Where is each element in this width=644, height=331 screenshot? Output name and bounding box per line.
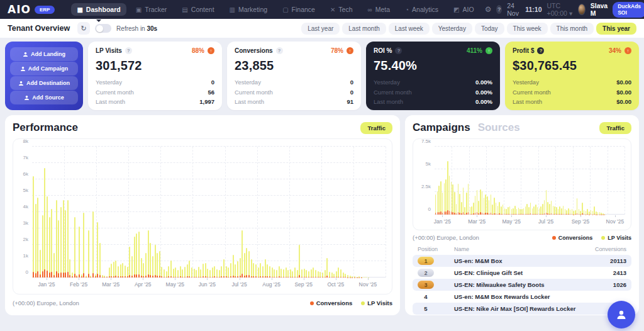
lp-visits-bar[interactable] xyxy=(294,267,296,278)
help-icon[interactable]: ? xyxy=(537,47,544,54)
conversions-bar[interactable] xyxy=(286,277,287,278)
conversions-bar[interactable] xyxy=(95,276,96,278)
conversions-bar[interactable] xyxy=(109,276,110,278)
conversions-bar[interactable] xyxy=(280,277,282,278)
conversions-bar[interactable] xyxy=(72,276,73,278)
conversions-bar[interactable] xyxy=(226,276,227,278)
timezone-selector[interactable]: UTC +00:00 ▾ xyxy=(547,2,573,17)
lp-visits-bar[interactable] xyxy=(485,194,486,215)
lp-visits-bar[interactable] xyxy=(279,266,280,278)
filter-last-week[interactable]: Last week xyxy=(389,23,430,35)
lp-visits-bar[interactable] xyxy=(535,205,536,215)
conversions-bar[interactable] xyxy=(269,276,270,278)
help-icon[interactable]: ? xyxy=(496,5,502,14)
lp-visits-bar[interactable] xyxy=(74,217,75,278)
lp-visits-bar[interactable] xyxy=(37,198,38,278)
lp-visits-bar[interactable] xyxy=(246,248,247,278)
conversions-bar[interactable] xyxy=(526,214,528,215)
lp-visits-bar[interactable] xyxy=(577,198,578,215)
conversions-bar[interactable] xyxy=(318,277,319,278)
conversions-bar[interactable] xyxy=(521,214,523,215)
lp-visits-bar[interactable] xyxy=(111,264,112,278)
lp-visits-bar[interactable] xyxy=(542,204,543,215)
lp-visits-bar[interactable] xyxy=(67,200,69,278)
lp-visits-bar[interactable] xyxy=(435,194,436,215)
conversions-bar[interactable] xyxy=(209,277,211,278)
conversions-bar[interactable] xyxy=(189,276,190,278)
lp-visits-bar[interactable] xyxy=(187,264,188,278)
conversions-bar[interactable] xyxy=(547,213,548,215)
conversions-bar[interactable] xyxy=(466,213,467,215)
conversions-bar[interactable] xyxy=(279,276,280,278)
tab-campaigns[interactable]: Campaigns xyxy=(413,121,470,134)
lp-visits-bar[interactable] xyxy=(51,209,52,278)
lp-visits-bar[interactable] xyxy=(442,193,443,215)
conversions-bar[interactable] xyxy=(159,276,160,278)
lp-visits-bar[interactable] xyxy=(242,230,243,278)
conversions-bar[interactable] xyxy=(497,214,499,215)
lp-visits-bar[interactable] xyxy=(280,269,282,278)
conversions-bar[interactable] xyxy=(561,214,562,215)
lp-visits-bar[interactable] xyxy=(299,245,300,278)
conversions-bar[interactable] xyxy=(587,214,588,215)
lp-visits-bar[interactable] xyxy=(451,182,452,215)
lp-visits-bar[interactable] xyxy=(49,217,50,278)
conversions-bar[interactable] xyxy=(131,276,133,278)
lp-visits-bar[interactable] xyxy=(551,201,552,215)
conversions-bar[interactable] xyxy=(223,276,225,278)
conversions-bar[interactable] xyxy=(586,215,587,215)
conversions-bar[interactable] xyxy=(319,277,321,278)
lp-visits-bar[interactable] xyxy=(262,266,264,278)
conversions-bar[interactable] xyxy=(504,214,506,215)
conversions-bar[interactable] xyxy=(194,277,195,278)
lp-visits-bar[interactable] xyxy=(175,267,176,278)
lp-visits-bar[interactable] xyxy=(152,256,153,278)
conversions-bar[interactable] xyxy=(145,276,147,278)
conversions-bar[interactable] xyxy=(40,274,41,278)
conversions-bar[interactable] xyxy=(184,277,186,278)
lp-visits-bar[interactable] xyxy=(159,251,160,278)
conversions-bar[interactable] xyxy=(499,213,500,215)
conversions-bar[interactable] xyxy=(532,214,533,215)
conversions-bar[interactable] xyxy=(471,214,472,215)
conversions-bar[interactable] xyxy=(265,276,266,278)
filter-last-year[interactable]: Last year xyxy=(301,23,340,35)
help-icon[interactable]: ? xyxy=(276,47,283,54)
lp-visits-bar[interactable] xyxy=(83,213,84,278)
lp-visits-bar[interactable] xyxy=(221,266,222,278)
conversions-bar[interactable] xyxy=(120,276,121,278)
help-icon[interactable]: ? xyxy=(125,47,132,54)
conversions-bar[interactable] xyxy=(283,277,284,278)
lp-visits-bar[interactable] xyxy=(207,269,208,278)
table-row[interactable]: 4US-en: M&M Box Rewards Locker xyxy=(413,291,631,303)
conversions-bar[interactable] xyxy=(244,276,245,278)
conversions-bar[interactable] xyxy=(343,277,344,278)
conversions-bar[interactable] xyxy=(294,277,296,278)
lp-visits-bar[interactable] xyxy=(547,202,548,215)
conversions-bar[interactable] xyxy=(331,277,333,278)
conversions-bar[interactable] xyxy=(518,214,519,215)
conversions-bar[interactable] xyxy=(485,213,486,215)
conversions-bar[interactable] xyxy=(164,277,165,278)
lp-visits-bar[interactable] xyxy=(56,200,57,278)
conversions-bar[interactable] xyxy=(553,214,554,215)
lp-visits-bar[interactable] xyxy=(214,266,215,278)
conversions-bar[interactable] xyxy=(136,274,137,278)
traffic-metric-button[interactable]: Traffic xyxy=(360,122,392,134)
conversions-bar[interactable] xyxy=(99,275,101,278)
lp-visits-bar[interactable] xyxy=(445,179,447,215)
conversions-bar[interactable] xyxy=(573,215,574,215)
lp-visits-bar[interactable] xyxy=(497,206,499,215)
conversions-bar[interactable] xyxy=(454,213,455,215)
conversions-bar[interactable] xyxy=(549,214,550,215)
conversions-bar[interactable] xyxy=(166,277,167,278)
lp-visits-bar[interactable] xyxy=(60,207,62,278)
conversions-bar[interactable] xyxy=(451,211,452,215)
lp-visits-bar[interactable] xyxy=(491,194,492,215)
lp-visits-bar[interactable] xyxy=(248,251,250,278)
conversions-bar[interactable] xyxy=(251,276,252,278)
conversions-bar[interactable] xyxy=(63,272,64,278)
conversions-bar[interactable] xyxy=(240,276,241,278)
nav-item-analytics[interactable]: ◔ Analytics xyxy=(399,3,444,16)
lp-visits-bar[interactable] xyxy=(33,176,34,278)
